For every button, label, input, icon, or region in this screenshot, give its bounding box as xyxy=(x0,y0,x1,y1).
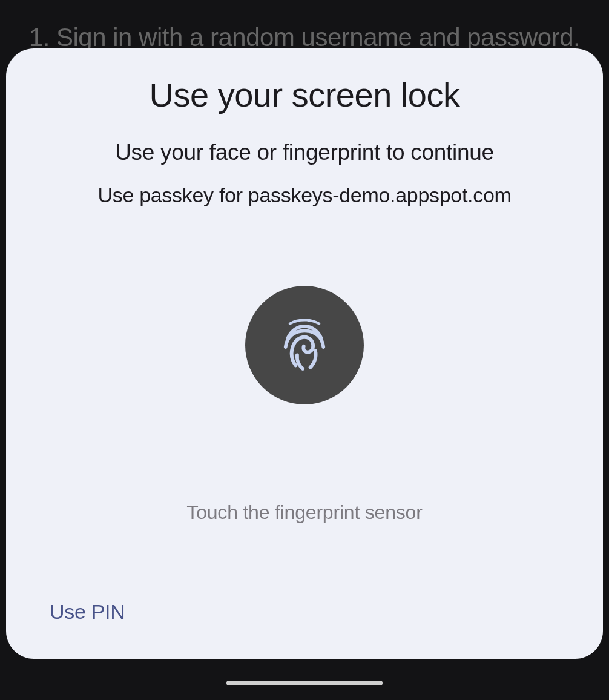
fingerprint-sensor-button[interactable] xyxy=(245,286,364,404)
biometric-dialog: Use your screen lock Use your face or fi… xyxy=(6,48,603,659)
sensor-hint-text: Touch the fingerprint sensor xyxy=(186,501,422,524)
passkey-target-text: Use passkey for passkeys-demo.appspot.co… xyxy=(97,183,511,207)
dialog-title: Use your screen lock xyxy=(150,75,460,114)
use-pin-button[interactable]: Use PIN xyxy=(50,600,125,624)
background-instruction-text: 1. Sign in with a random username and pa… xyxy=(0,23,609,52)
fingerprint-sensor-area xyxy=(245,286,364,404)
navigation-handle[interactable] xyxy=(226,681,383,685)
app-backdrop: 1. Sign in with a random username and pa… xyxy=(0,0,609,700)
fingerprint-icon xyxy=(274,314,335,377)
dialog-subtitle: Use your face or fingerprint to continue xyxy=(115,140,494,165)
